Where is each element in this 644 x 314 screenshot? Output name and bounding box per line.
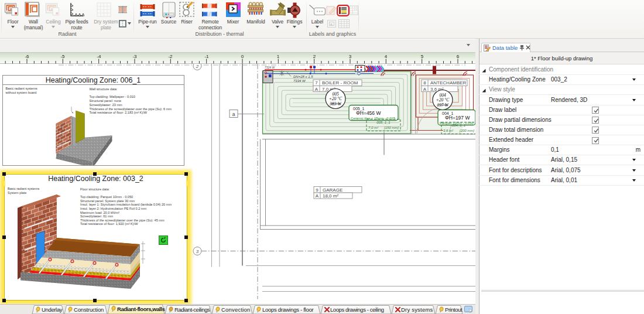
svg-text:3: 3	[196, 248, 199, 254]
svg-text:3,6 m²: 3,6 m²	[443, 128, 454, 132]
svg-text:-6: -6	[25, 54, 29, 59]
svg-text:a: a	[232, 111, 235, 117]
svg-text:A: A	[315, 86, 318, 91]
svg-text:-1: -1	[204, 54, 209, 59]
svg-text:-2: -2	[168, 54, 173, 59]
svg-text:ANTECHAMBER: ANTECHAMBER	[430, 80, 467, 86]
svg-text:-3: -3	[132, 54, 137, 59]
svg-text:9: 9	[316, 187, 318, 192]
svg-text:7,0 m²: 7,0 m²	[368, 125, 379, 129]
svg-text:[200 mm]: [200 mm]	[459, 128, 474, 132]
svg-text:Loops drawings - ceiling: Loops drawings - ceiling	[330, 306, 384, 313]
svg-text:005_1_1: 005_1_1	[376, 121, 390, 124]
svg-text:8: 8	[423, 80, 426, 86]
svg-text:7: 7	[315, 80, 318, 86]
svg-text:Convection: Convection	[221, 306, 251, 313]
svg-text:5: 5	[421, 54, 424, 59]
svg-text:Dry systems: Dry systems	[401, 306, 433, 313]
svg-text:A: A	[316, 193, 319, 199]
svg-text:Radiant-ceilings: Radiant-ceilings	[174, 306, 210, 313]
svg-text:Loops drawings - floor: Loops drawings - floor	[262, 306, 313, 313]
svg-text:GARAGE: GARAGE	[323, 187, 342, 192]
svg-text:ΦH=456 W: ΦH=456 W	[356, 110, 381, 116]
svg-text:Construction: Construction	[74, 306, 104, 313]
svg-text:Underlay: Underlay	[42, 306, 63, 313]
svg-text:-5: -5	[60, 54, 65, 59]
svg-text:ΦH=197 W: ΦH=197 W	[445, 115, 470, 121]
svg-text:Radiant-floors,walls: Radiant-floors,walls	[117, 306, 165, 312]
svg-text:4: 4	[385, 54, 388, 59]
svg-text:BOILER - ROOM: BOILER - ROOM	[322, 80, 358, 86]
svg-text:1: 1	[277, 54, 280, 59]
svg-text:0: 0	[241, 54, 244, 59]
svg-text:2: 2	[196, 64, 199, 69]
svg-text:383 W: 383 W	[329, 101, 341, 106]
svg-text:7334 W: 7334 W	[293, 79, 306, 83]
svg-text:-4: -4	[97, 54, 101, 59]
svg-text:A: A	[423, 86, 427, 91]
svg-text:DN=28 x 1,5: DN=28 x 1,5	[293, 74, 313, 78]
svg-text:18,0 m²: 18,0 m²	[323, 193, 338, 199]
svg-text:Ceramic tiles < 15mm - 0,015: Ceramic tiles < 15mm - 0,015	[351, 116, 395, 120]
svg-text:6: 6	[457, 54, 460, 59]
svg-text:7324 W: 7324 W	[265, 65, 276, 69]
svg-text:[150 mm]: [150 mm]	[383, 125, 399, 129]
svg-text:2: 2	[313, 54, 316, 59]
svg-text:197 W: 197 W	[437, 102, 448, 107]
svg-text:004_1_1: 004_1_1	[452, 124, 465, 127]
svg-text:Printout: Printout	[445, 306, 463, 313]
svg-text:3: 3	[349, 54, 352, 59]
